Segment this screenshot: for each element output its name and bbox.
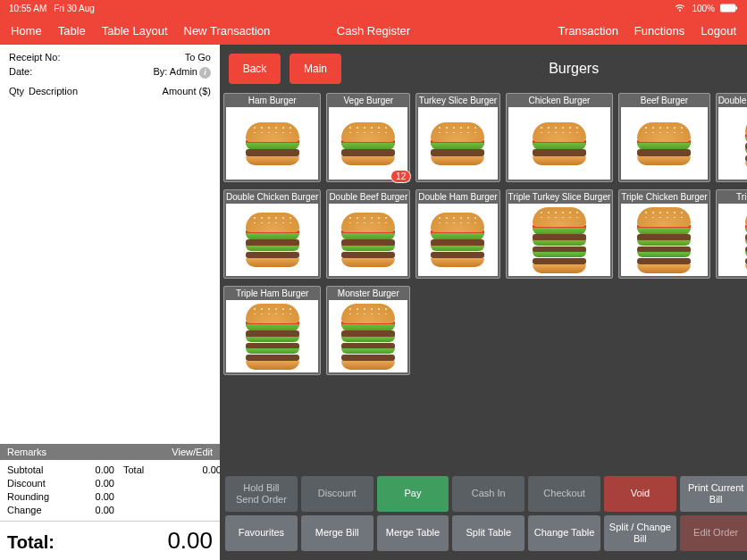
battery-percent: 100% [692, 4, 715, 13]
product-image [508, 204, 611, 276]
total-label: Total [123, 464, 168, 477]
total-value: 0.00 [177, 464, 222, 477]
product-image [226, 204, 318, 276]
status-bar: 10:55 AM Fri 30 Aug 100% [0, 0, 747, 16]
product-card[interactable]: Vege Burger12 [326, 93, 410, 182]
status-date: Fri 30 Aug [54, 4, 95, 13]
product-label: Double Chicken Burger [224, 190, 320, 204]
edit-order-button[interactable]: Edit Order [680, 515, 747, 551]
product-image [718, 204, 747, 276]
pay-button[interactable]: Pay [377, 476, 449, 512]
product-card[interactable]: Double Turkey Slice Burger [716, 93, 747, 182]
hold-bill-send-order-button[interactable]: Hold BillSend Order [225, 476, 298, 512]
product-label: Ham Burger [224, 94, 320, 107]
nav-logout[interactable]: Logout [701, 24, 736, 38]
discount-label: Discount [7, 477, 61, 490]
checkout-button[interactable]: Checkout [528, 476, 600, 512]
product-card[interactable]: Double Beef Burger [326, 189, 410, 279]
product-card[interactable]: Turkey Slice Burger [415, 93, 499, 182]
product-label: Double Turkey Slice Burger [717, 94, 747, 107]
product-card[interactable]: Double Ham Burger [415, 189, 499, 279]
receipt-by: By: Admini [153, 64, 211, 79]
subtotal-value: 0.00 [70, 464, 114, 477]
product-label: Triple Chicken Burger [619, 190, 709, 204]
product-card[interactable]: Monster Burger [326, 286, 410, 375]
page-title: Cash Register [337, 24, 410, 38]
nav-table[interactable]: Table [58, 24, 86, 38]
product-image [329, 300, 407, 372]
product-card[interactable]: Double Chicken Burger [223, 189, 321, 279]
nav-functions[interactable]: Functions [634, 24, 684, 38]
col-amount: Amount ($) [163, 86, 211, 96]
nav-new-transaction[interactable]: New Transaction [184, 24, 271, 38]
product-label: Turkey Slice Burger [416, 94, 499, 107]
col-qty: Qty [9, 86, 29, 96]
product-label: Triple Turkey Slice Burger [507, 190, 613, 204]
discount-value: 0.00 [70, 477, 114, 490]
grand-total-value: 0.00 [167, 527, 213, 555]
product-label: Beef Burger [619, 94, 709, 107]
product-label: Double Ham Burger [416, 190, 499, 204]
nav-home[interactable]: Home [11, 24, 42, 38]
product-card[interactable]: Triple Ham Burger [223, 286, 321, 375]
receipt-panel: Receipt No: To Go Date: By: Admini Qty D… [0, 45, 220, 560]
cash-in-button[interactable]: Cash In [452, 476, 525, 512]
discount-button[interactable]: Discount [301, 476, 374, 512]
product-image [621, 107, 707, 180]
product-image [226, 107, 318, 180]
info-icon[interactable]: i [199, 67, 211, 79]
product-label: Triple Beef Burger [717, 190, 747, 204]
product-card[interactable]: Beef Burger [618, 93, 709, 182]
product-card[interactable]: Ham Burger [223, 93, 321, 182]
wifi-icon [674, 4, 686, 13]
print-current-bill-button[interactable]: Print Current Bill [680, 476, 747, 512]
product-label: Triple Ham Burger [224, 287, 320, 300]
rounding-label: Rounding [7, 490, 61, 504]
remarks-action[interactable]: View/Edit [172, 447, 213, 457]
product-image [621, 204, 707, 276]
receipt-date-label: Date: [9, 64, 32, 79]
merge-bill-button[interactable]: Merge Bill [301, 515, 374, 551]
battery-icon [720, 4, 738, 13]
product-card[interactable]: Triple Chicken Burger [618, 189, 709, 279]
product-image: 12 [329, 107, 407, 180]
favourites-button[interactable]: Favourites [225, 515, 298, 551]
rounding-value: 0.00 [70, 490, 114, 504]
nav-table-layout[interactable]: Table Layout [102, 24, 168, 38]
main-button[interactable]: Main [290, 54, 341, 84]
remarks-bar[interactable]: Remarks View/Edit [0, 444, 220, 460]
change-value: 0.00 [70, 504, 114, 517]
product-image [329, 204, 407, 276]
product-label: Vege Burger [327, 94, 409, 107]
product-label: Double Beef Burger [327, 190, 409, 204]
void-button[interactable]: Void [604, 476, 676, 512]
stock-badge: 12 [390, 170, 411, 183]
receipt-items [0, 100, 220, 444]
col-desc: Description [29, 86, 163, 96]
product-label: Chicken Burger [507, 94, 613, 107]
status-time: 10:55 AM [9, 4, 46, 13]
product-image [418, 204, 497, 276]
nav-transaction[interactable]: Transaction [558, 24, 617, 38]
change-table-button[interactable]: Change Table [528, 515, 600, 551]
product-image [718, 107, 747, 180]
svg-rect-1 [735, 6, 737, 10]
product-card[interactable]: Triple Beef Burger [716, 189, 747, 279]
subtotal-label: Subtotal [7, 464, 61, 477]
svg-rect-0 [720, 4, 735, 12]
remarks-label: Remarks [7, 447, 46, 457]
back-button[interactable]: Back [229, 54, 281, 84]
product-label: Monster Burger [327, 287, 409, 300]
category-title: Burgers [350, 61, 747, 77]
product-image [418, 107, 497, 180]
merge-table-button[interactable]: Merge Table [377, 515, 449, 551]
split-change-bill-button[interactable]: Split / Change Bill [604, 515, 676, 551]
split-table-button[interactable]: Split Table [452, 515, 525, 551]
product-image [226, 300, 318, 372]
nav-bar: HomeTableTable LayoutNew Transaction Cas… [0, 16, 747, 45]
product-card[interactable]: Chicken Burger [506, 93, 614, 182]
change-label: Change [7, 504, 61, 517]
product-card[interactable]: Triple Turkey Slice Burger [506, 189, 614, 279]
grand-total-label: Total: [7, 532, 55, 553]
receipt-no-label: Receipt No: [9, 50, 60, 64]
